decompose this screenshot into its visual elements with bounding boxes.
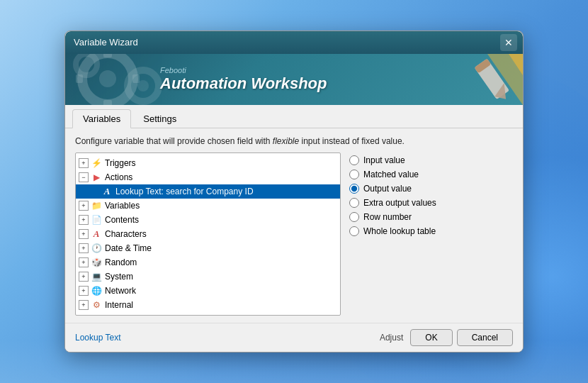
radio-input-value[interactable]: Input value [349, 155, 513, 165]
expand-datetime[interactable]: + [79, 243, 89, 253]
expand-internal[interactable]: + [79, 300, 89, 310]
expand-actions[interactable]: − [79, 172, 89, 182]
banner-text: Febooti Automation Workshop [160, 66, 327, 93]
expand-triggers[interactable]: + [79, 158, 89, 168]
tree-label-actions: Actions [105, 172, 132, 182]
radio-whole-lookup[interactable]: Whole lookup table [349, 226, 513, 236]
tree-item-contents[interactable]: + 📄 Contents [76, 213, 340, 227]
tree-label-network: Network [105, 286, 136, 296]
close-button[interactable]: ✕ [500, 34, 517, 51]
tree-item-random[interactable]: + 🎲 Random [76, 255, 340, 270]
radio-matched-value[interactable]: Matched value [349, 170, 513, 179]
radio-input-value-label: Input value [363, 155, 405, 165]
tree-item-variables[interactable]: + 📁 Variables [76, 199, 340, 213]
tree-item-characters[interactable]: + A Characters [76, 227, 340, 241]
datetime-icon: 🕐 [91, 243, 102, 254]
expand-system[interactable]: + [79, 272, 89, 282]
variables-icon: 📁 [91, 200, 102, 211]
random-icon: 🎲 [91, 257, 102, 268]
svg-rect-6 [103, 100, 112, 105]
tree-item-network[interactable]: + 🌐 Network [76, 284, 340, 298]
contents-icon: 📄 [91, 214, 102, 226]
radio-extra-output-label: Extra output values [363, 198, 436, 208]
radio-output-value[interactable]: Output value [349, 184, 513, 194]
internal-icon: ⚙ [91, 299, 102, 311]
radio-matched-value-input[interactable] [349, 170, 359, 179]
system-icon: 💻 [91, 271, 102, 282]
dialog-title: Variable Wizard [74, 37, 138, 48]
banner: Febooti Automation Workshop [65, 54, 523, 105]
radio-row-number-label: Row number [363, 212, 412, 222]
tree-label-system: System [105, 272, 133, 282]
adjust-label: Adjust [380, 333, 403, 343]
expand-variables[interactable]: + [79, 201, 89, 211]
radio-output-value-input[interactable] [349, 184, 359, 194]
svg-rect-8 [132, 74, 140, 83]
radio-whole-lookup-label: Whole lookup table [363, 226, 436, 236]
main-panel: + ⚡ Triggers − ▶ Actions A Lookup Text: … [75, 152, 513, 316]
radio-row-number-input[interactable] [349, 212, 359, 222]
tree-label-random: Random [105, 257, 137, 267]
ok-button[interactable]: OK [410, 329, 452, 346]
trigger-icon: ⚡ [91, 157, 102, 169]
footer-buttons: Adjust OK Cancel [380, 329, 513, 346]
svg-rect-5 [103, 54, 112, 57]
banner-right-decoration [424, 54, 523, 105]
radio-extra-output[interactable]: Extra output values [349, 198, 513, 208]
variable-wizard-dialog: Variable Wizard ✕ Febooti Automation Wor… [64, 30, 524, 353]
brand-name: Febooti [160, 66, 327, 74]
radio-row-number[interactable]: Row number [349, 212, 513, 222]
footer: Lookup Text Adjust OK Cancel [65, 323, 523, 352]
expand-characters[interactable]: + [79, 229, 89, 239]
radio-output-value-label: Output value [363, 184, 412, 194]
tree-label-datetime: Date & Time [105, 243, 152, 253]
expand-contents[interactable]: + [79, 215, 89, 225]
characters-icon: A [91, 228, 102, 240]
svg-rect-7 [76, 74, 83, 83]
description-text: Configure variable that will provide cho… [75, 135, 513, 148]
tree-view[interactable]: + ⚡ Triggers − ▶ Actions A Lookup Text: … [75, 152, 341, 316]
tab-settings[interactable]: Settings [132, 109, 187, 128]
tree-label-contents: Contents [105, 215, 139, 225]
expand-network[interactable]: + [79, 286, 89, 296]
radio-matched-value-label: Matched value [363, 170, 419, 179]
tree-item-lookup-text[interactable]: A Lookup Text: search for Company ID [76, 184, 340, 199]
lookup-text-link[interactable]: Lookup Text [75, 333, 121, 343]
tree-item-datetime[interactable]: + 🕐 Date & Time [76, 241, 340, 255]
tabbar: Variables Settings [65, 105, 523, 128]
radio-panel: Input value Matched value Output value E… [349, 152, 513, 316]
tree-item-system[interactable]: + 💻 System [76, 270, 340, 284]
radio-whole-lookup-input[interactable] [349, 226, 359, 236]
tree-item-internal[interactable]: + ⚙ Internal [76, 298, 340, 312]
radio-extra-output-input[interactable] [349, 198, 359, 208]
expand-random[interactable]: + [79, 257, 89, 267]
tree-item-actions[interactable]: − ▶ Actions [76, 170, 340, 184]
tree-label-triggers: Triggers [105, 158, 136, 168]
network-icon: 🌐 [91, 285, 102, 296]
lookup-text-icon: A [101, 186, 113, 197]
radio-input-value-input[interactable] [349, 155, 359, 165]
cancel-button[interactable]: Cancel [457, 329, 513, 346]
app-name: Automation Workshop [160, 74, 327, 92]
action-icon: ▶ [91, 172, 102, 183]
tree-label-variables: Variables [105, 201, 140, 211]
titlebar: Variable Wizard ✕ [65, 31, 523, 54]
tree-label-internal: Internal [105, 300, 133, 310]
tree-label-characters: Characters [105, 229, 147, 239]
svg-point-1 [99, 70, 116, 87]
tree-label-lookup: Lookup Text: search for Company ID [115, 187, 254, 196]
tab-variables[interactable]: Variables [72, 109, 131, 128]
content-area: Configure variable that will provide cho… [65, 128, 523, 323]
tree-item-triggers[interactable]: + ⚡ Triggers [76, 156, 340, 170]
